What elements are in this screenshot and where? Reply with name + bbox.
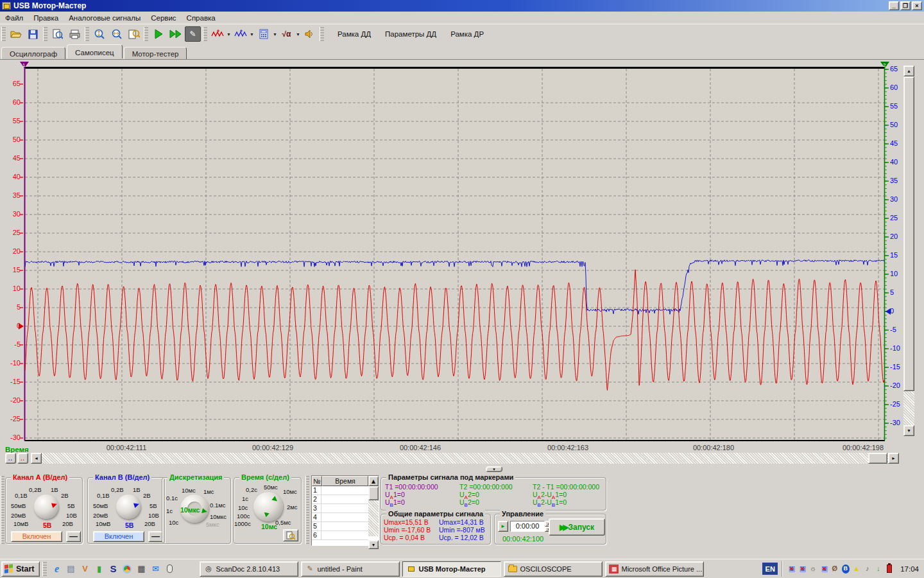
table-row[interactable]: 4 (312, 513, 368, 522)
hscroll-thumb[interactable] (868, 453, 887, 464)
collapse-panel-handle[interactable]: ▼ (486, 466, 502, 472)
toolbar-grip[interactable] (144, 27, 148, 41)
table-header-number[interactable]: № (312, 476, 322, 486)
channel-a-power-button[interactable]: Включен (11, 531, 62, 542)
open-button[interactable] (8, 26, 24, 42)
agent-icon[interactable]: ↓ (873, 564, 883, 574)
table-row[interactable]: 1 (312, 486, 368, 495)
zoom-selection-button[interactable] (126, 26, 142, 42)
toolbar-grip[interactable] (85, 27, 89, 41)
panel-grip[interactable] (1, 476, 4, 544)
quicklaunch-charts[interactable]: ▦ (135, 563, 148, 575)
plot-canvas[interactable]: 12 (0, 60, 924, 453)
table-row[interactable]: 3 (312, 504, 368, 513)
toolbar-text-button[interactable]: Параметры ДД (378, 28, 443, 40)
pen-button[interactable]: ✎ (185, 26, 201, 42)
task-osciloscope-folder[interactable]: OSCILOSCOPE (504, 561, 603, 577)
table-row[interactable]: 6 (312, 531, 368, 540)
restore-button[interactable]: ❐ (900, 1, 911, 10)
marker2-jump-button[interactable]: .. (17, 453, 28, 464)
signal-a-button[interactable] (209, 26, 225, 42)
signal-b-button[interactable] (232, 26, 248, 42)
print-button[interactable] (67, 26, 83, 42)
volume-icon[interactable]: ♪ (862, 564, 872, 574)
table-row[interactable]: 2 (312, 495, 368, 504)
time-spinbox[interactable]: 0:00:00 (510, 521, 545, 532)
table-scroll-down-button[interactable]: ▼ (368, 540, 379, 549)
panel-grip[interactable] (305, 476, 309, 544)
network-error-icon[interactable]: ▣× (819, 564, 828, 574)
marker1-jump-button[interactable]: .. (5, 453, 16, 464)
close-button[interactable]: × (912, 1, 922, 10)
preview-button[interactable] (49, 26, 65, 42)
menu-item[interactable]: Файл (0, 13, 28, 23)
task-office-picture[interactable]: ▦Microsoft Office Picture ... (605, 561, 704, 577)
hscroll-right-button[interactable]: ► (888, 453, 899, 464)
minimize-button[interactable]: _ (889, 1, 899, 10)
task-scandoc[interactable]: ◎ScanDoc 2.8.10.413 (200, 561, 298, 577)
formula-button[interactable]: √α (278, 26, 295, 42)
tab-motor-tester[interactable]: Мотор-тестер (124, 47, 187, 60)
menu-item[interactable]: Аналоговые сигналы (64, 13, 146, 23)
gear-icon[interactable]: ☼ (808, 564, 817, 574)
task-paint[interactable]: ✎untitled - Paint (301, 561, 400, 577)
quicklaunch-notes[interactable]: ▤ (64, 563, 77, 575)
calculator-button[interactable] (255, 26, 271, 42)
play-small-button[interactable]: ► (498, 521, 508, 532)
start-acquisition-button[interactable] (150, 26, 166, 42)
quicklaunch-skype[interactable]: S (107, 563, 119, 575)
start-button[interactable]: ▶▶Запуск (549, 518, 605, 536)
formula-dropdown[interactable]: ▼ (295, 32, 301, 37)
quicklaunch-battery[interactable]: ▮ (92, 563, 105, 575)
sound-button[interactable] (302, 26, 318, 42)
vscroll-down-button[interactable]: ▼ (903, 425, 914, 436)
channel-b-invert-button[interactable]: — (148, 531, 163, 542)
toolbar-grip[interactable] (320, 27, 324, 41)
zoom-vertical-button[interactable] (91, 26, 107, 42)
quicklaunch-winrar[interactable]: V (78, 563, 91, 575)
table-row[interactable]: 5 (312, 522, 368, 531)
task-motor-master[interactable]: USB Мотор-Мастер (402, 561, 501, 577)
save-button[interactable] (25, 26, 41, 42)
table-scroll-thumb[interactable] (368, 486, 379, 500)
timebase-zoom-button[interactable] (283, 529, 298, 541)
calculator-dropdown[interactable]: ▼ (272, 32, 278, 37)
quicklaunch-mouse[interactable] (163, 563, 176, 575)
wireless-icon[interactable]: ▲ (851, 564, 861, 574)
signal-b-dropdown[interactable]: ▼ (249, 32, 255, 37)
toolbar-grip[interactable] (1, 27, 6, 41)
hscroll-left-button[interactable]: ◄ (31, 453, 42, 464)
signal-a-dropdown[interactable]: ▼ (226, 32, 232, 37)
menu-item[interactable]: Справка (182, 13, 221, 23)
hscroll-track[interactable] (42, 453, 888, 464)
toolbar-grip[interactable] (203, 27, 207, 41)
toolbar-grip[interactable] (43, 27, 47, 41)
quicklaunch-ie[interactable]: e (50, 563, 63, 575)
start-menu-button[interactable]: Start (1, 561, 40, 577)
tab-oscillograph[interactable]: Осциллограф (1, 47, 65, 60)
table-scroll-up-button[interactable]: ▲ (368, 476, 379, 486)
menu-item[interactable]: Правка (28, 13, 64, 23)
taskbar-grip[interactable] (42, 562, 47, 576)
toolbar-text-button[interactable]: Рамка ДР (443, 28, 491, 40)
channel-a-invert-button[interactable]: — (66, 531, 81, 542)
menu-item[interactable]: Сервис (146, 13, 181, 23)
zoom-horizontal-button[interactable] (108, 26, 124, 42)
no-connection-icon[interactable]: Ø (830, 564, 839, 574)
toolbar-text-button[interactable]: Рамка ДД (330, 28, 378, 40)
network-error-icon[interactable]: ▣× (797, 564, 807, 574)
table-scroll-track[interactable] (368, 486, 379, 536)
timebase-knob[interactable] (253, 492, 283, 521)
tab-recorder[interactable]: Самописец (67, 44, 123, 58)
bluetooth-icon[interactable]: B (841, 564, 850, 574)
title-bar[interactable]: USB Мотор-Мастер _ ❐ × (0, 0, 924, 12)
time-axis-tick-label: 00:00:42:146 (389, 444, 451, 451)
battery-icon[interactable] (884, 564, 894, 574)
fast-acquisition-button[interactable] (167, 26, 184, 42)
language-indicator[interactable]: EN (762, 563, 778, 575)
table-header-time[interactable]: Время (322, 476, 368, 486)
quicklaunch-chrome[interactable] (121, 563, 133, 575)
network-error-icon[interactable]: ▣× (786, 564, 796, 574)
channel-b-power-button[interactable]: Включен (93, 531, 144, 542)
quicklaunch-mail[interactable]: ✉ (149, 563, 162, 575)
